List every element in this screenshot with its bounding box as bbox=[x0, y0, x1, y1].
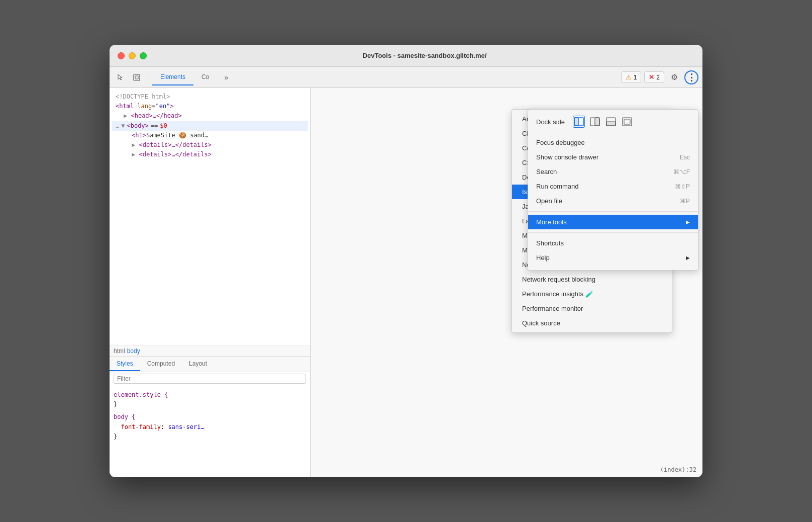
dom-content: <!DOCTYPE html> <html lang="en"> ▶ <head… bbox=[110, 88, 310, 345]
maximize-button[interactable] bbox=[140, 52, 147, 59]
menu-focus-debuggee[interactable]: Focus debuggee bbox=[528, 135, 698, 150]
dom-line[interactable]: <html lang="en"> bbox=[112, 102, 308, 111]
css-rule-body: body { font-family: sans-seri… } bbox=[114, 412, 306, 442]
menu-shortcuts[interactable]: Shortcuts bbox=[528, 236, 698, 250]
menu-open-file[interactable]: Open file ⌘P bbox=[528, 194, 698, 208]
submenu-arrow-icon: ▶ bbox=[686, 219, 690, 225]
menu-quick-source[interactable]: Quick source bbox=[512, 316, 672, 330]
right-panel: (index):32 Animations Changes Coverage C… bbox=[311, 88, 702, 477]
tab-computed[interactable]: Computed bbox=[140, 357, 182, 371]
window-title: DevTools - samesite-sandbox.glitch.me/ bbox=[155, 52, 694, 59]
devtools-toolbar: Elements Co » ⚠ 1 ✕ 2 ⚙ ⋮ bbox=[110, 67, 702, 88]
breadcrumb-html[interactable]: html bbox=[114, 347, 125, 355]
dock-bottom-icon[interactable] bbox=[605, 116, 617, 128]
error-count: 2 bbox=[656, 74, 660, 81]
styles-panel: Styles Computed Layout element.style { } bbox=[110, 357, 310, 477]
tab-elements[interactable]: Elements bbox=[152, 69, 193, 85]
warning-count: 1 bbox=[634, 74, 637, 81]
svg-rect-3 bbox=[574, 118, 578, 126]
dock-side-row: Dock side bbox=[528, 112, 698, 132]
breadcrumb: html body bbox=[110, 345, 310, 357]
kebab-top-section: Focus debuggee Show console drawer Esc S… bbox=[528, 132, 698, 212]
error-icon: ✕ bbox=[649, 73, 654, 81]
svg-rect-1 bbox=[135, 76, 138, 79]
styles-filter bbox=[110, 372, 310, 386]
tab-bar: Elements Co bbox=[152, 69, 217, 85]
menu-performance-monitor[interactable]: Performance monitor bbox=[512, 301, 672, 316]
filter-input[interactable] bbox=[114, 374, 306, 384]
dropdown-container: Animations Changes Coverage CSS Overview… bbox=[311, 88, 702, 477]
warning-icon: ⚠ bbox=[626, 73, 632, 81]
tab-layout[interactable]: Layout bbox=[182, 357, 214, 371]
breadcrumb-body[interactable]: body bbox=[127, 347, 140, 355]
svg-rect-5 bbox=[595, 118, 599, 126]
cursor-icon[interactable] bbox=[114, 70, 128, 84]
menu-network-request-blocking[interactable]: Network request blocking bbox=[512, 272, 672, 287]
dom-line[interactable]: <h1>SameSite 🍪 sand… bbox=[112, 131, 308, 140]
traffic-lights bbox=[118, 52, 147, 59]
more-tabs-button[interactable]: » bbox=[219, 70, 233, 84]
toolbar-right: ⚠ 1 ✕ 2 ⚙ ⋮ bbox=[621, 70, 698, 84]
menu-run-command[interactable]: Run command ⌘⇧P bbox=[528, 179, 698, 194]
menu-help[interactable]: Help ▶ bbox=[528, 250, 698, 265]
inspect-icon[interactable] bbox=[130, 70, 144, 84]
toolbar-divider bbox=[148, 71, 148, 83]
tab-console[interactable]: Co bbox=[193, 69, 217, 85]
menu-show-console-drawer[interactable]: Show console drawer Esc bbox=[528, 150, 698, 164]
kebab-more-tools-section: More tools ▶ bbox=[528, 212, 698, 233]
styles-tabs: Styles Computed Layout bbox=[110, 357, 310, 372]
dom-line[interactable]: ▶ <head>…</head> bbox=[112, 111, 308, 121]
right-content bbox=[311, 88, 702, 104]
menu-search[interactable]: Search ⌘⌥F bbox=[528, 164, 698, 179]
css-rule: element.style { bbox=[114, 390, 306, 400]
devtools-window: DevTools - samesite-sandbox.glitch.me/ E… bbox=[110, 45, 702, 477]
error-badge[interactable]: ✕ 2 bbox=[644, 71, 664, 83]
menu-performance-insights[interactable]: Performance insights 🧪 bbox=[512, 287, 672, 301]
devtools-body: Elements Co » ⚠ 1 ✕ 2 ⚙ ⋮ bbox=[110, 67, 702, 477]
dom-panel: <!DOCTYPE html> <html lang="en"> ▶ <head… bbox=[110, 88, 311, 477]
svg-rect-7 bbox=[606, 122, 616, 126]
titlebar: DevTools - samesite-sandbox.glitch.me/ bbox=[110, 45, 702, 67]
kebab-dropdown[interactable]: Dock side bbox=[528, 109, 698, 271]
devtools-main: <!DOCTYPE html> <html lang="en"> ▶ <head… bbox=[110, 88, 702, 477]
menu-more-tools[interactable]: More tools ▶ bbox=[528, 215, 698, 229]
dom-line[interactable]: ▶ <details>…</details> bbox=[112, 150, 308, 159]
dom-line[interactable]: ▶ <details>…</details> bbox=[112, 140, 308, 150]
dock-right-top-icon[interactable] bbox=[589, 116, 601, 128]
help-submenu-arrow-icon: ▶ bbox=[686, 255, 690, 260]
kebab-menu-button[interactable]: ⋮ bbox=[684, 70, 698, 84]
dom-line: <!DOCTYPE html> bbox=[112, 92, 308, 102]
svg-rect-0 bbox=[134, 74, 140, 80]
undock-icon[interactable] bbox=[621, 116, 633, 128]
dock-left-icon[interactable] bbox=[573, 116, 585, 128]
css-rule: } bbox=[114, 400, 306, 409]
settings-button[interactable]: ⚙ bbox=[667, 70, 681, 84]
console-status: (index):32 bbox=[660, 466, 696, 473]
close-button[interactable] bbox=[118, 52, 125, 59]
dom-line-body[interactable]: … ▼ <body> == $0 bbox=[112, 121, 308, 131]
styles-content: element.style { } body { font-family: sa… bbox=[110, 386, 310, 477]
svg-rect-9 bbox=[624, 119, 630, 124]
dock-side-label: Dock side bbox=[536, 118, 565, 126]
tab-styles[interactable]: Styles bbox=[110, 357, 140, 371]
kebab-bottom-section: Shortcuts Help ▶ bbox=[528, 233, 698, 268]
warning-badge[interactable]: ⚠ 1 bbox=[621, 71, 642, 83]
minimize-button[interactable] bbox=[129, 52, 136, 59]
